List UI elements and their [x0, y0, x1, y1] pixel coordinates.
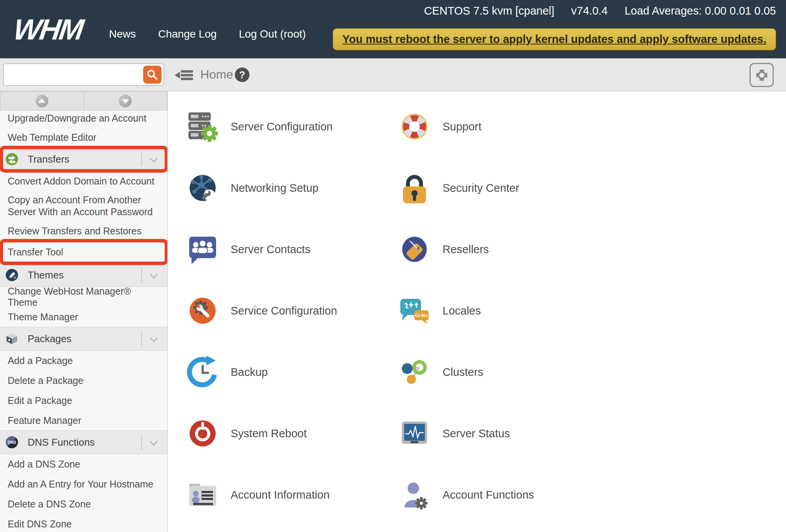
- dns-icon-label: DNS: [8, 440, 16, 445]
- toolbar: Home ?: [0, 58, 786, 91]
- sidebar-item-transfer-tool[interactable]: Transfer Tool: [0, 241, 167, 263]
- sidebar-scroll-controls: [0, 91, 167, 110]
- sidebar-section-label: DNS Functions: [28, 436, 95, 448]
- search-button[interactable]: [143, 66, 162, 84]
- tile-label: Clusters: [443, 366, 483, 379]
- service-configuration-icon: [185, 293, 220, 328]
- sidebar-section-packages[interactable]: Packages: [0, 327, 167, 351]
- section-divider: [141, 331, 142, 346]
- tile-account-functions[interactable]: Account Functions: [397, 478, 786, 512]
- tile-locales[interactable]: Ce lieu Locales: [397, 293, 786, 328]
- account-information-icon: [185, 478, 220, 512]
- packages-icon: [5, 332, 18, 345]
- reboot-alert-link[interactable]: You must reboot the server to apply kern…: [342, 33, 766, 45]
- search-input[interactable]: [6, 65, 140, 84]
- tile-label: Service Configuration: [231, 305, 337, 317]
- tile-resellers[interactable]: Resellers: [397, 232, 786, 267]
- whm-version: v74.0.4: [571, 5, 608, 17]
- tile-label: Account Functions: [443, 489, 534, 501]
- sidebar-item-review-transfers[interactable]: Review Transfers and Restores: [0, 221, 167, 241]
- tile-system-reboot[interactable]: System Reboot: [185, 416, 397, 451]
- tile-server-contacts[interactable]: Server Contacts: [185, 232, 397, 267]
- tile-support[interactable]: Support: [397, 109, 786, 144]
- collapse-menu-glyph: [175, 69, 195, 82]
- sidebar: Upgrade/Downgrade an Account Web Templat…: [0, 91, 168, 532]
- themes-icon: [5, 268, 18, 282]
- sidebar-item-change-whm-theme[interactable]: Change WebHost Manager® Theme: [0, 287, 167, 307]
- sidebar-section-label: Themes: [28, 269, 64, 281]
- chevron-down-icon[interactable]: [150, 270, 158, 278]
- section-divider: [141, 435, 142, 450]
- collapse-menu-icon[interactable]: [175, 69, 195, 82]
- scroll-down-icon: [119, 95, 132, 107]
- server-status-icon: [397, 416, 432, 451]
- transfers-icon: [5, 153, 18, 166]
- tile-label: Server Configuration: [231, 120, 333, 133]
- top-navbar: WHM News Change Log Log Out (root) CENTO…: [0, 0, 786, 58]
- dns-icon: DNS: [5, 436, 18, 449]
- security-center-icon: [397, 171, 432, 205]
- support-button[interactable]: [750, 63, 774, 87]
- scroll-down-button[interactable]: [84, 91, 168, 110]
- tile-label: Server Status: [443, 427, 510, 440]
- sidebar-item-edit-package[interactable]: Edit a Package: [0, 390, 167, 410]
- chevron-down-icon[interactable]: [150, 155, 158, 163]
- chevron-down-icon[interactable]: [150, 334, 158, 342]
- top-navigation: News Change Log Log Out (root): [109, 28, 306, 40]
- nav-log-out[interactable]: Log Out (root): [239, 28, 306, 40]
- main-content: Server Configuration Support: [168, 91, 786, 532]
- sidebar-section-transfers[interactable]: Transfers: [0, 147, 167, 171]
- tile-label: Resellers: [443, 243, 489, 256]
- tile-server-status[interactable]: Server Status: [397, 416, 786, 451]
- sidebar-item-delete-dns-zone[interactable]: Delete a DNS Zone: [0, 494, 167, 514]
- sidebar-section-label: Transfers: [28, 153, 69, 165]
- sidebar-item-upgrade-downgrade-account[interactable]: Upgrade/Downgrade an Account: [0, 110, 167, 127]
- tile-security-center[interactable]: Security Center: [397, 171, 786, 205]
- tile-label: Account Information: [231, 489, 330, 501]
- tile-label: Networking Setup: [231, 182, 319, 194]
- networking-setup-icon: [185, 171, 220, 205]
- server-configuration-icon: [185, 109, 220, 144]
- tile-label: Support: [443, 120, 482, 133]
- breadcrumb[interactable]: Home: [200, 58, 233, 91]
- question-mark-icon[interactable]: ?: [235, 68, 249, 82]
- tile-account-information[interactable]: Account Information: [185, 478, 397, 512]
- system-reboot-icon: [185, 416, 220, 451]
- sidebar-item-edit-dns-zone[interactable]: Edit DNS Zone: [0, 514, 167, 532]
- sidebar-item-copy-account[interactable]: Copy an Account From Another Server With…: [0, 191, 167, 221]
- sidebar-menu: Upgrade/Downgrade an Account Web Templat…: [0, 110, 167, 532]
- section-divider: [141, 152, 142, 166]
- section-divider: [141, 268, 142, 282]
- tile-backup[interactable]: Backup: [185, 355, 397, 389]
- server-info: CENTOS 7.5 kvm [cpanel] v74.0.4 Load Ave…: [424, 5, 776, 17]
- tile-server-configuration[interactable]: Server Configuration: [185, 109, 397, 144]
- nav-news[interactable]: News: [109, 28, 136, 40]
- tile-label: System Reboot: [231, 427, 307, 440]
- sidebar-section-themes[interactable]: Themes: [0, 263, 167, 287]
- sidebar-item-feature-manager[interactable]: Feature Manager: [0, 410, 167, 430]
- sidebar-section-label: Packages: [28, 333, 71, 345]
- sidebar-item-add-package[interactable]: Add a Package: [0, 351, 167, 371]
- nav-change-log[interactable]: Change Log: [158, 28, 217, 40]
- backup-icon: [185, 355, 220, 389]
- sidebar-item-add-dns-zone[interactable]: Add a DNS Zone: [0, 454, 167, 474]
- feature-grid: Server Configuration Support: [185, 96, 786, 525]
- tile-service-configuration[interactable]: Service Configuration: [185, 293, 397, 328]
- sidebar-section-dns-functions[interactable]: DNS DNS Functions: [0, 430, 167, 454]
- account-functions-icon: [397, 478, 432, 512]
- clusters-icon: [397, 355, 432, 389]
- locales-icon: Ce lieu: [397, 293, 432, 328]
- sidebar-item-web-template-editor[interactable]: Web Template Editor: [0, 127, 167, 147]
- sidebar-item-convert-addon-domain[interactable]: Convert Addon Domain to Account: [0, 171, 167, 191]
- scroll-up-button[interactable]: [0, 91, 84, 110]
- resellers-icon: [397, 232, 432, 267]
- whm-logo[interactable]: WHM: [12, 13, 84, 46]
- chevron-down-icon[interactable]: [150, 438, 158, 446]
- tile-label: Security Center: [443, 182, 519, 194]
- sidebar-item-add-a-entry[interactable]: Add an A Entry for Your Hostname: [0, 474, 167, 494]
- sidebar-item-delete-package[interactable]: Delete a Package: [0, 371, 167, 390]
- tile-label: Server Contacts: [231, 243, 310, 256]
- tile-clusters[interactable]: Clusters: [397, 355, 786, 389]
- tile-networking-setup[interactable]: Networking Setup: [185, 171, 397, 205]
- sidebar-item-theme-manager[interactable]: Theme Manager: [0, 307, 167, 327]
